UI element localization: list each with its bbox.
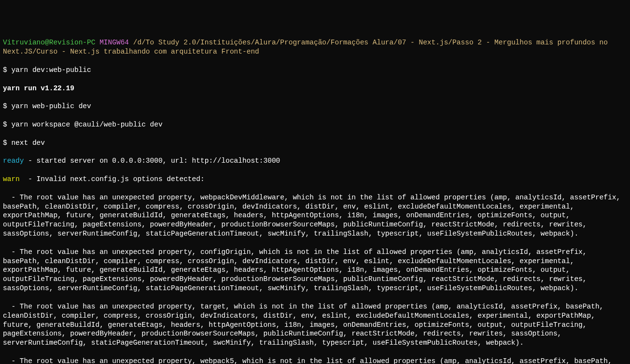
- prompt-user: Vitruviano@Revision-PC: [3, 39, 95, 46]
- warn-text: - Invalid next.config.js options detecte…: [20, 175, 205, 183]
- warn-label: warn: [3, 175, 20, 183]
- warning-text: - The root value has an unexpected prope…: [3, 248, 627, 293]
- ready-label: ready: [3, 157, 24, 165]
- prompt-mingw: MINGW64: [99, 39, 129, 46]
- command-line: $ yarn workspace @cauli/web-public dev: [3, 120, 627, 129]
- ready-text: - started server on 0.0.0.0:3000, url: h…: [24, 157, 280, 165]
- command-line: $ next dev: [3, 139, 627, 148]
- warn-line: warn - Invalid next.config.js options de…: [3, 175, 627, 184]
- warning-text: - The root value has an unexpected prope…: [3, 357, 627, 364]
- warning-text: - The root value has an unexpected prope…: [3, 193, 627, 238]
- command-line: $ yarn web-public dev: [3, 102, 627, 111]
- prompt-line: Vitruviano@Revision-PC MINGW64 /d/To Stu…: [3, 38, 627, 56]
- yarn-run-line: yarn run v1.22.19: [3, 84, 627, 93]
- ready-line: ready - started server on 0.0.0.0:3000, …: [3, 156, 627, 166]
- command-line: $ yarn dev:web-public: [3, 66, 627, 75]
- warning-text: - The root value has an unexpected prope…: [3, 302, 627, 348]
